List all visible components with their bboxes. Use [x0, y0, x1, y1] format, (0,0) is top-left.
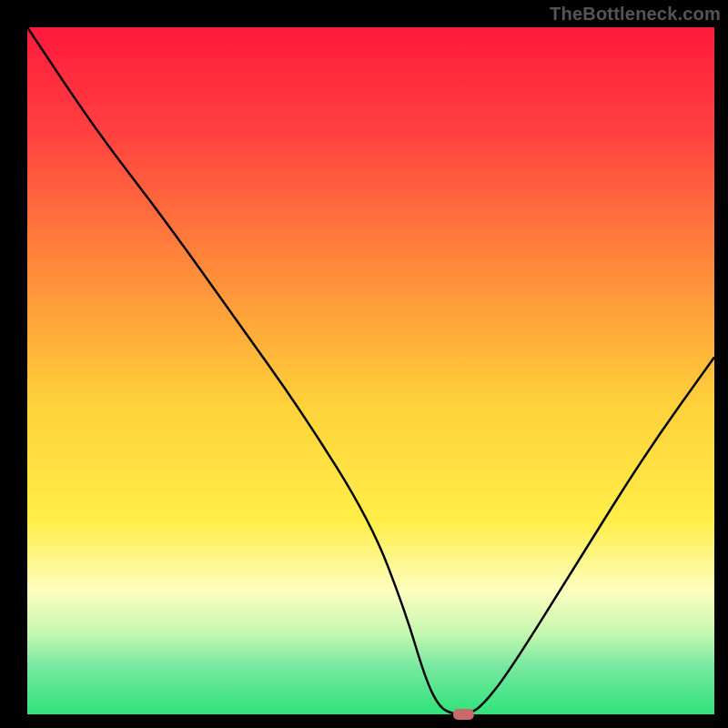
plot-background — [27, 27, 714, 714]
watermark-text: TheBottleneck.com — [550, 4, 721, 25]
bottleneck-chart — [0, 0, 728, 728]
optimum-marker — [453, 709, 474, 720]
chart-frame: TheBottleneck.com — [0, 0, 728, 728]
